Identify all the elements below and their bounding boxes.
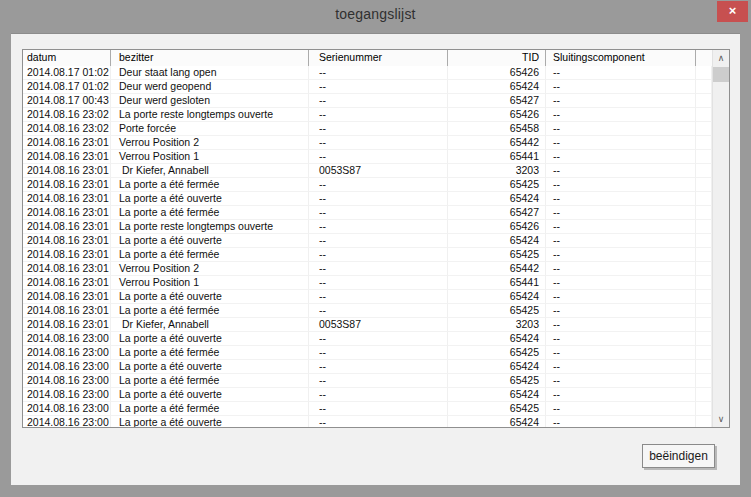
cell-sluitingscomponent: -- [546, 388, 696, 402]
table-row[interactable]: 2014.08.17 01:02Deur werd geopend--65424… [23, 80, 712, 94]
cell-serienummer: -- [309, 416, 448, 427]
cell-tid: 65442 [448, 136, 546, 150]
table-row[interactable]: 2014.08.16 23:01La porte a été fermée--6… [23, 178, 712, 192]
cell-datum: 2014.08.16 23:01 [23, 192, 111, 206]
cell-bezitter: La porte a été ouverte [111, 290, 309, 304]
cell-filler [696, 192, 712, 206]
cell-sluitingscomponent: -- [546, 374, 696, 388]
cell-serienummer: -- [309, 374, 448, 388]
column-header-bezitter[interactable]: bezitter [111, 50, 309, 66]
cell-datum: 2014.08.16 23:01 [23, 136, 111, 150]
table-row[interactable]: 2014.08.16 23:01La porte a été fermée--6… [23, 248, 712, 262]
cell-datum: 2014.08.16 23:00 [23, 346, 111, 360]
column-header-tid[interactable]: TID [448, 50, 546, 66]
table-header-row: datum bezitter Serienummer TID Sluitings… [23, 50, 712, 66]
column-header-serienummer[interactable]: Serienummer [309, 50, 448, 66]
cell-datum: 2014.08.16 23:00 [23, 332, 111, 346]
cell-serienummer: -- [309, 360, 448, 374]
cell-serienummer: -- [309, 66, 448, 80]
cell-sluitingscomponent: -- [546, 290, 696, 304]
column-header-sluitingscomponent[interactable]: Sluitingscomponent [546, 50, 696, 66]
cell-bezitter: La porte a été fermée [111, 248, 309, 262]
column-header-datum[interactable]: datum [23, 50, 111, 66]
cell-datum: 2014.08.16 23:00 [23, 388, 111, 402]
cell-filler [696, 234, 712, 248]
table-row[interactable]: 2014.08.16 23:01La porte a été ouverte--… [23, 234, 712, 248]
cell-sluitingscomponent: -- [546, 346, 696, 360]
cell-bezitter: La porte reste longtemps ouverte [111, 220, 309, 234]
cell-datum: 2014.08.16 23:00 [23, 374, 111, 388]
cell-serienummer: 0053S87 [309, 318, 448, 332]
cell-datum: 2014.08.17 01:02 [23, 66, 111, 80]
cell-filler [696, 402, 712, 416]
table-row[interactable]: 2014.08.17 00:43Deur werd gesloten--6542… [23, 94, 712, 108]
cell-sluitingscomponent: -- [546, 136, 696, 150]
cell-filler [696, 276, 712, 290]
access-list-table: datum bezitter Serienummer TID Sluitings… [22, 49, 730, 428]
table-row[interactable]: 2014.08.16 23:00La porte a été fermée--6… [23, 346, 712, 360]
cell-bezitter: La porte a été fermée [111, 402, 309, 416]
scroll-down-button[interactable]: ∨ [713, 411, 729, 427]
table-row[interactable]: 2014.08.16 23:01Verrou Position 1--65441… [23, 150, 712, 164]
table-row[interactable]: 2014.08.16 23:00La porte a été ouverte--… [23, 360, 712, 374]
cell-bezitter: Dr Kiefer, Annabell [111, 318, 309, 332]
table-row[interactable]: 2014.08.16 23:02La porte reste longtemps… [23, 108, 712, 122]
table-row[interactable]: 2014.08.16 23:00La porte a été fermée--6… [23, 374, 712, 388]
table-row[interactable]: 2014.08.17 01:02Deur staat lang open--65… [23, 66, 712, 80]
cell-bezitter: La porte a été ouverte [111, 234, 309, 248]
chevron-down-icon: ∨ [718, 414, 725, 424]
cell-filler [696, 290, 712, 304]
cell-serienummer: -- [309, 388, 448, 402]
cell-serienummer: -- [309, 136, 448, 150]
cell-serienummer: -- [309, 108, 448, 122]
table-row[interactable]: 2014.08.16 23:00La porte a été ouverte--… [23, 416, 712, 427]
cell-filler [696, 220, 712, 234]
table-row[interactable]: 2014.08.16 23:01La porte a été ouverte--… [23, 290, 712, 304]
cell-tid: 65424 [448, 332, 546, 346]
cell-tid: 3203 [448, 164, 546, 178]
cell-filler [696, 304, 712, 318]
cell-filler [696, 346, 712, 360]
table-row[interactable]: 2014.08.16 23:00La porte a été ouverte--… [23, 388, 712, 402]
chevron-up-icon: ∧ [718, 53, 725, 63]
table-row[interactable]: 2014.08.16 23:00La porte a été ouverte--… [23, 332, 712, 346]
table-row[interactable]: 2014.08.16 23:01La porte reste longtemps… [23, 220, 712, 234]
cell-sluitingscomponent: -- [546, 80, 696, 94]
cell-datum: 2014.08.17 01:02 [23, 80, 111, 94]
cell-serienummer: -- [309, 290, 448, 304]
cell-filler [696, 262, 712, 276]
cell-bezitter: Deur werd gesloten [111, 94, 309, 108]
scrollbar-thumb[interactable] [713, 67, 729, 82]
table-row[interactable]: 2014.08.16 23:01 Dr Kiefer, Annabell0053… [23, 318, 712, 332]
cell-bezitter: La porte a été ouverte [111, 388, 309, 402]
cell-sluitingscomponent: -- [546, 94, 696, 108]
table-row[interactable]: 2014.08.16 23:01Verrou Position 2--65442… [23, 136, 712, 150]
cell-filler [696, 150, 712, 164]
table-row[interactable]: 2014.08.16 23:01Verrou Position 1--65441… [23, 276, 712, 290]
cell-serienummer: -- [309, 178, 448, 192]
cell-bezitter: La porte reste longtemps ouverte [111, 108, 309, 122]
end-button-label: beëindigen [649, 449, 708, 463]
table-row[interactable]: 2014.08.16 23:00La porte a été fermée--6… [23, 402, 712, 416]
table-row[interactable]: 2014.08.16 23:01La porte a été fermée--6… [23, 206, 712, 220]
table-row[interactable]: 2014.08.16 23:01La porte a été fermée--6… [23, 304, 712, 318]
cell-datum: 2014.08.16 23:01 [23, 234, 111, 248]
table-row[interactable]: 2014.08.16 23:01La porte a été ouverte--… [23, 192, 712, 206]
cell-sluitingscomponent: -- [546, 66, 696, 80]
scroll-up-button[interactable]: ∧ [713, 50, 729, 66]
table-row[interactable]: 2014.08.16 23:01 Dr Kiefer, Annabell0053… [23, 164, 712, 178]
cell-datum: 2014.08.16 23:01 [23, 164, 111, 178]
cell-filler [696, 374, 712, 388]
vertical-scrollbar[interactable]: ∧ ∨ [712, 50, 729, 427]
cell-filler [696, 66, 712, 80]
table-row[interactable]: 2014.08.16 23:02Porte forcée--65458-- [23, 122, 712, 136]
end-button[interactable]: beëindigen [642, 444, 715, 468]
cell-tid: 65425 [448, 304, 546, 318]
cell-tid: 65424 [448, 416, 546, 427]
table-row[interactable]: 2014.08.16 23:01Verrou Position 2--65442… [23, 262, 712, 276]
close-button[interactable]: × [717, 1, 748, 22]
cell-tid: 65458 [448, 122, 546, 136]
cell-sluitingscomponent: -- [546, 318, 696, 332]
cell-bezitter: La porte a été ouverte [111, 332, 309, 346]
cell-sluitingscomponent: -- [546, 332, 696, 346]
